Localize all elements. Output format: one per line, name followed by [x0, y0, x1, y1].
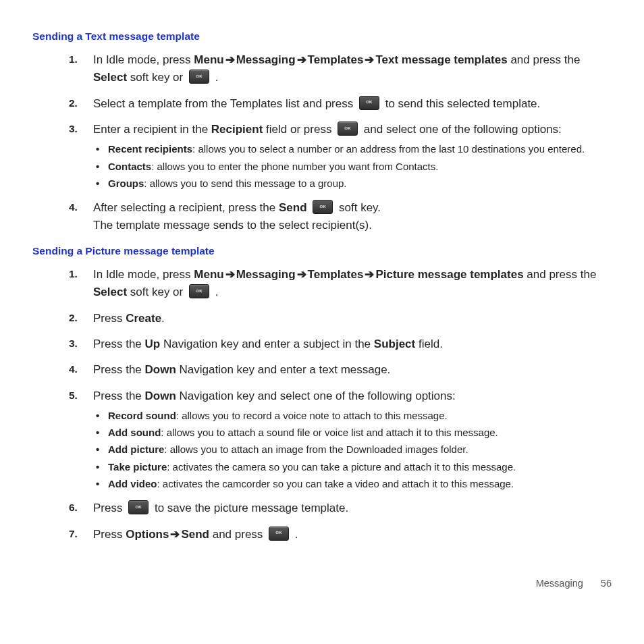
list-item: Add video: activates the camcorder so yo…	[96, 476, 612, 491]
option-name: Contacts	[108, 161, 151, 172]
list-item: 6. Press to save the picture message tem…	[69, 500, 612, 517]
ok-button-icon	[359, 96, 379, 110]
sub-options-list: Recent recipients: allows you to select …	[96, 141, 612, 191]
step-text: Press the	[93, 363, 145, 376]
menu-label: Menu	[194, 268, 223, 281]
step-number: 1.	[69, 266, 78, 282]
option-name: Take picture	[108, 461, 167, 473]
option-name: Recent recipients	[108, 143, 192, 155]
step-text: .	[212, 286, 218, 298]
heading-text-template: Sending a Text message template	[32, 28, 612, 45]
step-text: .	[292, 528, 298, 541]
step-text: to send this selected template.	[382, 97, 540, 110]
step-text: The template message sends to the select…	[93, 219, 372, 232]
list-item: Contacts: allows you to enter the phone …	[96, 159, 612, 174]
option-desc: : allows you to attach a sound file or v…	[161, 427, 498, 438]
menu-label: Templates	[308, 268, 364, 281]
option-desc: : allows you to attach an image from the…	[164, 444, 468, 455]
key-label: Down	[145, 363, 176, 376]
step-text: Press	[93, 528, 126, 541]
step-text: soft key or	[127, 286, 186, 298]
ok-button-icon	[269, 527, 289, 541]
list-item: 7. Press Options➔Send and press .	[69, 526, 612, 543]
heading-picture-template: Sending a Picture message template	[32, 243, 612, 259]
steps-text-template: 1. In Idle mode, press Menu➔Messaging➔Te…	[69, 51, 612, 235]
option-desc: : allows you to send this message to a g…	[144, 178, 346, 189]
step-text: and press the	[508, 53, 581, 66]
softkey-label: Select	[93, 71, 127, 84]
step-text: Select a template from the Templates lis…	[93, 97, 356, 110]
step-text: After selecting a recipient, press the	[93, 201, 279, 214]
menu-label: Templates	[308, 53, 364, 66]
ok-button-icon	[338, 122, 358, 136]
option-name: Add picture	[108, 444, 164, 455]
step-text: Press the	[93, 338, 145, 350]
step-text: .	[161, 312, 165, 325]
softkey-label: Send	[279, 201, 307, 214]
list-item: 4. Press the Down Navigation key and ent…	[69, 361, 612, 379]
ok-button-icon	[189, 284, 209, 298]
option-desc: : allows you to record a voice note to a…	[176, 410, 448, 421]
list-item: 3. Enter a recipient in the Recipient fi…	[69, 121, 612, 191]
list-item: 5. Press the Down Navigation key and sel…	[69, 387, 612, 492]
list-item: 2. Select a template from the Templates …	[69, 95, 612, 113]
option-desc: : allows you to enter the phone number y…	[151, 161, 438, 172]
footer-page-number: 56	[601, 578, 612, 589]
list-item: Groups: allows you to send this message …	[96, 176, 612, 191]
step-text: Navigation key and enter a text message.	[176, 363, 391, 376]
list-item: Recent recipients: allows you to select …	[96, 141, 612, 157]
list-item: 4. After selecting a recipient, press th…	[69, 199, 612, 235]
menu-label: Menu	[194, 53, 223, 66]
field-label: Recipient	[211, 123, 263, 136]
list-item: Add sound: allows you to attach a sound …	[96, 425, 612, 440]
list-item: 1. In Idle mode, press Menu➔Messaging➔Te…	[69, 51, 612, 87]
menu-label: Messaging	[236, 53, 296, 66]
menu-label: Text message templates	[375, 53, 507, 66]
arrow-icon: ➔	[296, 53, 308, 66]
step-number: 3.	[69, 121, 78, 137]
action-label: Create	[126, 312, 161, 325]
softkey-label: Select	[93, 286, 127, 298]
option-name: Add video	[108, 478, 157, 489]
step-number: 7.	[69, 526, 78, 542]
list-item: Add picture: allows you to attach an ima…	[96, 441, 612, 457]
option-name: Record sound	[108, 410, 176, 421]
arrow-icon: ➔	[224, 53, 236, 66]
list-item: Record sound: allows you to record a voi…	[96, 408, 612, 423]
list-item: 2. Press Create.	[69, 310, 612, 327]
ok-button-icon	[128, 500, 149, 514]
sub-options-list: Record sound: allows you to record a voi…	[96, 408, 612, 491]
ok-button-icon	[313, 200, 333, 214]
step-number: 6.	[69, 500, 78, 516]
option-desc: : activates the camcorder so you can tak…	[157, 478, 514, 489]
list-item: 3. Press the Up Navigation key and enter…	[69, 336, 612, 353]
step-text: .	[212, 71, 218, 84]
step-text: Navigation key and select one of the fol…	[176, 390, 456, 402]
step-number: 4.	[69, 361, 78, 377]
step-number: 3.	[69, 336, 78, 352]
key-label: Down	[145, 390, 176, 402]
page-footer: Messaging 56	[32, 576, 612, 591]
arrow-icon: ➔	[363, 53, 375, 66]
menu-label: Messaging	[236, 268, 296, 281]
step-number: 5.	[69, 387, 78, 404]
step-text: Press	[93, 502, 126, 514]
step-number: 2.	[69, 310, 78, 326]
step-text: and press	[209, 528, 266, 541]
step-text: and press the	[524, 268, 597, 281]
steps-picture-template: 1. In Idle mode, press Menu➔Messaging➔Te…	[69, 266, 612, 543]
step-text: soft key or	[127, 71, 186, 84]
step-number: 1.	[69, 51, 78, 68]
step-text: and select one of the following options:	[360, 123, 562, 136]
list-item: 1. In Idle mode, press Menu➔Messaging➔Te…	[69, 266, 612, 302]
option-desc: : allows you to select a number or an ad…	[192, 143, 585, 155]
menu-label: Send	[181, 528, 209, 541]
key-label: Up	[145, 338, 161, 350]
arrow-icon: ➔	[224, 268, 236, 281]
option-name: Add sound	[108, 427, 161, 438]
step-text: In Idle mode, press	[93, 268, 194, 281]
step-text: soft key.	[336, 201, 381, 214]
footer-section: Messaging	[536, 578, 583, 589]
step-text: to save the picture message template.	[151, 502, 348, 514]
arrow-icon: ➔	[296, 268, 308, 281]
